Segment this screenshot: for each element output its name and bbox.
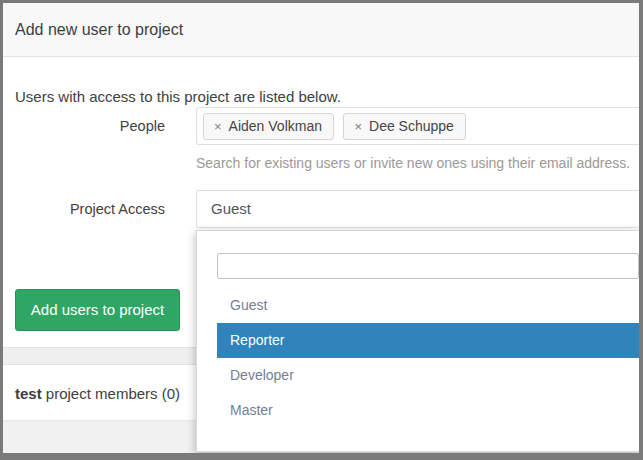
panel-description: Users with access to this project are li… <box>15 88 627 105</box>
remove-token-icon[interactable]: × <box>214 119 222 134</box>
members-heading-text: project members (0) <box>42 385 180 402</box>
people-help-text: Search for existing users or invite new … <box>196 155 639 171</box>
dropdown-option-master[interactable]: Master <box>217 393 639 428</box>
panel-header: Add new user to project <box>3 3 639 57</box>
project-access-label: Project Access <box>3 190 165 228</box>
add-users-button[interactable]: Add users to project <box>15 289 180 331</box>
people-label: People <box>3 107 165 145</box>
access-dropdown: Guest Reporter Developer Master <box>196 230 639 452</box>
project-name: test <box>15 385 42 402</box>
dropdown-options: Guest Reporter Developer Master <box>197 288 639 428</box>
user-token: ×Dee Schuppe <box>343 113 465 140</box>
remove-token-icon[interactable]: × <box>354 119 362 134</box>
page-title: Add new user to project <box>3 3 639 56</box>
add-user-dialog: Add new user to project Users with acces… <box>0 0 643 460</box>
project-access-select[interactable]: Guest <box>196 190 639 228</box>
people-input[interactable]: ×Aiden Volkman ×Dee Schuppe <box>196 107 639 145</box>
dropdown-search-input[interactable] <box>217 253 639 279</box>
dropdown-option-developer[interactable]: Developer <box>217 358 639 393</box>
token-label: Dee Schuppe <box>369 118 454 134</box>
user-token: ×Aiden Volkman <box>203 113 334 140</box>
token-label: Aiden Volkman <box>229 118 322 134</box>
dropdown-option-guest[interactable]: Guest <box>217 288 639 323</box>
dropdown-option-reporter[interactable]: Reporter <box>217 323 639 358</box>
